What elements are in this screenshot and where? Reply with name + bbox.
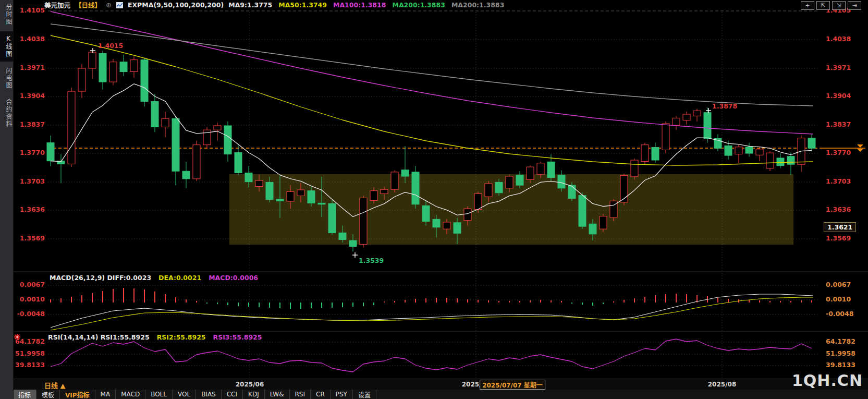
dropdown-arrow-icon: ▲ xyxy=(60,382,66,390)
sidebar-item-kline[interactable]: K线图 xyxy=(0,31,13,62)
ma-values: MA9:1.3775MA50:1.3749MA100:1.3818MA200:1… xyxy=(228,1,504,9)
period-dropdown[interactable]: 日线 ▲ xyxy=(44,380,66,390)
tab-vol[interactable]: VOL xyxy=(173,390,196,399)
sidebar: 分时图K线图闪电图合约资料 xyxy=(0,0,14,399)
date-label: 2025/06 xyxy=(236,381,264,388)
date-highlight-label: 2025/07/07 星期一 xyxy=(480,380,545,390)
tab-cr[interactable]: CR xyxy=(311,390,331,399)
tab-kdj[interactable]: KDJ xyxy=(243,390,265,399)
shift-right-icon[interactable]: ⇥ xyxy=(848,1,861,10)
rsi2-label: RSI2:55.8925 xyxy=(157,333,206,341)
zoom-axis-right-icon[interactable]: ⇲ xyxy=(832,1,846,10)
pan-crosshair-icon[interactable]: + xyxy=(801,1,814,10)
period-badge: 【日线】 xyxy=(75,0,101,10)
indicator-toolbar: 指标模板VIP指标MAMACDBOLLVOLBIASCCIKDJLW&RSICR… xyxy=(13,390,868,399)
price-marker-box: 1.3621 xyxy=(824,222,856,232)
tab-boll[interactable]: BOLL xyxy=(145,390,173,399)
macd-diff-label: MACD(26,12,9) DIFF:0.0023 xyxy=(50,274,151,282)
tab-vip[interactable]: VIP指标 xyxy=(60,390,95,399)
sidebar-item-timeshare[interactable]: 分时图 xyxy=(0,0,13,29)
tab-lw[interactable]: LW& xyxy=(265,390,290,399)
tab-rsi[interactable]: RSI xyxy=(290,390,311,399)
chart-thumbnail-icon[interactable] xyxy=(116,2,123,8)
tab-template[interactable]: 模板 xyxy=(36,390,60,399)
date-axis-row: 日线 ▲ 2025/062025/072025/07/07 星期一2025/08 xyxy=(13,379,868,390)
add-indicator-icon[interactable]: ⊕ xyxy=(106,1,112,9)
macd-value-label: MACD:0.0006 xyxy=(209,274,258,282)
sidebar-item-lightning[interactable]: 闪电图 xyxy=(0,64,13,93)
zoom-axis-left-icon[interactable]: ⇱ xyxy=(816,1,830,10)
tab-cci[interactable]: CCI xyxy=(222,390,243,399)
tab-macd[interactable]: MACD xyxy=(116,390,145,399)
sidebar-item-contract-info[interactable]: 合约资料 xyxy=(0,95,13,131)
app: { "header": { "symbol": "美元加元", "period"… xyxy=(0,0,868,399)
tab-psy[interactable]: PSY xyxy=(331,390,353,399)
macd-header: MACD(26,12,9) DIFF:0.0023 DEA:0.0021 MAC… xyxy=(50,274,258,282)
date-label: 2025/08 xyxy=(708,381,736,388)
ma-value: MA50:1.3749 xyxy=(278,1,327,9)
rsi3-label: RSI3:55.8925 xyxy=(213,333,262,341)
macd-dea-label: DEA:0.0021 xyxy=(158,274,201,282)
tab-bias[interactable]: BIAS xyxy=(196,390,222,399)
chart-header: 美元加元 【日线】 ⊕ EXPMA(9,50,100,200,200) MA9:… xyxy=(44,1,504,9)
watermark: 1QH.CN xyxy=(792,371,863,390)
rsi1-label: RSI(14,14,14) RSI1:55.8925 xyxy=(48,333,150,341)
symbol-title: 美元加元 xyxy=(44,0,70,10)
tab-settings[interactable]: 设置 xyxy=(353,390,376,399)
indicator-label: EXPMA(9,50,100,200,200) xyxy=(128,1,224,9)
tab-indicator[interactable]: 指标 xyxy=(13,390,36,399)
ma-value: MA200:1.3883 xyxy=(392,1,445,9)
ma-value: MA100:1.3818 xyxy=(333,1,386,9)
tab-ma[interactable]: MA xyxy=(95,390,116,399)
ma-value: MA200:1.3883 xyxy=(451,1,504,9)
ma-value: MA9:1.3775 xyxy=(228,1,272,9)
rsi-header: RSI(14,14,14) RSI1:55.8925 RSI2:55.8925 … xyxy=(48,333,262,341)
